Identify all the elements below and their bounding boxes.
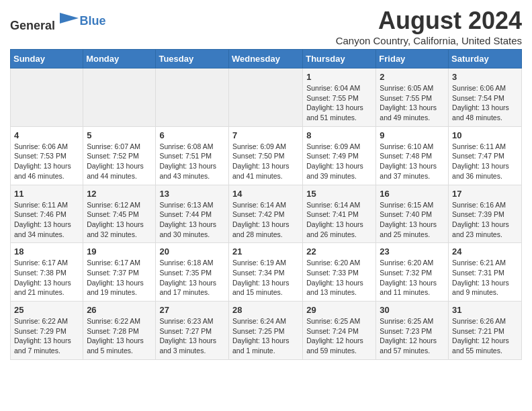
day-number: 16 — [380, 189, 445, 199]
day-number: 24 — [452, 246, 518, 257]
day-info: Sunrise: 6:07 AM Sunset: 7:52 PM Dayligh… — [87, 142, 152, 181]
calendar-week-row: 25Sunrise: 6:22 AM Sunset: 7:29 PM Dayli… — [11, 302, 522, 360]
day-info: Sunrise: 6:17 AM Sunset: 7:37 PM Dayligh… — [87, 258, 152, 298]
calendar-cell: 16Sunrise: 6:15 AM Sunset: 7:40 PM Dayli… — [376, 185, 449, 243]
day-number: 6 — [159, 130, 225, 140]
day-info: Sunrise: 6:13 AM Sunset: 7:44 PM Dayligh… — [159, 200, 225, 240]
day-number: 17 — [452, 189, 518, 199]
calendar-cell: 22Sunrise: 6:20 AM Sunset: 7:33 PM Dayli… — [303, 243, 376, 302]
calendar-cell: 26Sunrise: 6:22 AM Sunset: 7:28 PM Dayli… — [83, 302, 156, 360]
calendar-cell: 25Sunrise: 6:22 AM Sunset: 7:29 PM Dayli… — [11, 302, 83, 360]
calendar-cell — [228, 68, 302, 127]
calendar-week-row: 11Sunrise: 6:11 AM Sunset: 7:46 PM Dayli… — [11, 185, 522, 243]
day-info: Sunrise: 6:26 AM Sunset: 7:21 PM Dayligh… — [452, 316, 518, 356]
calendar-cell: 29Sunrise: 6:25 AM Sunset: 7:24 PM Dayli… — [303, 302, 376, 360]
day-info: Sunrise: 6:25 AM Sunset: 7:23 PM Dayligh… — [380, 316, 445, 356]
calendar-cell: 12Sunrise: 6:12 AM Sunset: 7:45 PM Dayli… — [83, 185, 156, 243]
day-number: 26 — [87, 305, 152, 315]
logo-text-blue: Blue — [80, 14, 106, 28]
day-number: 28 — [232, 305, 299, 315]
day-info: Sunrise: 6:18 AM Sunset: 7:35 PM Dayligh… — [159, 258, 225, 298]
day-number: 27 — [159, 305, 225, 315]
day-number: 23 — [380, 246, 445, 257]
calendar-week-row: 18Sunrise: 6:17 AM Sunset: 7:38 PM Dayli… — [11, 243, 522, 302]
calendar-cell: 20Sunrise: 6:18 AM Sunset: 7:35 PM Dayli… — [156, 243, 229, 302]
calendar-cell: 14Sunrise: 6:14 AM Sunset: 7:42 PM Dayli… — [228, 185, 302, 243]
day-number: 8 — [306, 130, 372, 140]
calendar-cell: 28Sunrise: 6:24 AM Sunset: 7:25 PM Dayli… — [228, 302, 302, 360]
day-number: 22 — [306, 246, 372, 257]
calendar-cell: 6Sunrise: 6:08 AM Sunset: 7:51 PM Daylig… — [156, 126, 229, 185]
day-info: Sunrise: 6:14 AM Sunset: 7:42 PM Dayligh… — [232, 200, 299, 240]
day-info: Sunrise: 6:12 AM Sunset: 7:45 PM Dayligh… — [87, 200, 152, 240]
day-number: 31 — [452, 305, 518, 315]
calendar-cell — [156, 68, 229, 127]
calendar-cell: 23Sunrise: 6:20 AM Sunset: 7:32 PM Dayli… — [376, 243, 449, 302]
calendar-cell: 4Sunrise: 6:06 AM Sunset: 7:53 PM Daylig… — [11, 126, 83, 185]
calendar-cell: 27Sunrise: 6:23 AM Sunset: 7:27 PM Dayli… — [156, 302, 229, 360]
day-info: Sunrise: 6:09 AM Sunset: 7:49 PM Dayligh… — [306, 142, 372, 181]
calendar-cell: 10Sunrise: 6:11 AM Sunset: 7:47 PM Dayli… — [449, 126, 522, 185]
day-number: 1 — [306, 72, 372, 82]
logo-text-general: General — [10, 19, 55, 32]
day-number: 11 — [14, 189, 79, 199]
day-number: 5 — [87, 130, 152, 140]
day-number: 9 — [380, 130, 445, 140]
calendar-cell: 18Sunrise: 6:17 AM Sunset: 7:38 PM Dayli… — [11, 243, 83, 302]
calendar-cell: 15Sunrise: 6:14 AM Sunset: 7:41 PM Dayli… — [303, 185, 376, 243]
day-info: Sunrise: 6:23 AM Sunset: 7:27 PM Dayligh… — [159, 316, 225, 356]
day-info: Sunrise: 6:11 AM Sunset: 7:47 PM Dayligh… — [452, 142, 518, 181]
location-subtitle: Canyon Country, California, United State… — [336, 35, 522, 46]
title-area: August 2024 Canyon Country, California, … — [336, 7, 522, 46]
header-saturday: Saturday — [449, 50, 522, 68]
header-thursday: Thursday — [303, 50, 376, 68]
calendar-cell: 11Sunrise: 6:11 AM Sunset: 7:46 PM Dayli… — [11, 185, 83, 243]
day-info: Sunrise: 6:22 AM Sunset: 7:28 PM Dayligh… — [87, 316, 152, 356]
calendar-week-row: 4Sunrise: 6:06 AM Sunset: 7:53 PM Daylig… — [11, 126, 522, 185]
calendar-cell: 31Sunrise: 6:26 AM Sunset: 7:21 PM Dayli… — [449, 302, 522, 360]
day-number: 25 — [14, 305, 79, 315]
day-number: 10 — [452, 130, 518, 140]
calendar-cell: 1Sunrise: 6:04 AM Sunset: 7:55 PM Daylig… — [303, 68, 376, 127]
calendar-cell: 24Sunrise: 6:21 AM Sunset: 7:31 PM Dayli… — [449, 243, 522, 302]
page-header: General Blue August 2024 Canyon Country,… — [10, 7, 522, 46]
header-wednesday: Wednesday — [228, 50, 302, 68]
header-friday: Friday — [376, 50, 449, 68]
calendar-cell: 17Sunrise: 6:16 AM Sunset: 7:39 PM Dayli… — [449, 185, 522, 243]
calendar-cell: 9Sunrise: 6:10 AM Sunset: 7:48 PM Daylig… — [376, 126, 449, 185]
calendar-cell: 8Sunrise: 6:09 AM Sunset: 7:49 PM Daylig… — [303, 126, 376, 185]
day-info: Sunrise: 6:08 AM Sunset: 7:51 PM Dayligh… — [159, 142, 225, 181]
calendar-table: SundayMondayTuesdayWednesdayThursdayFrid… — [10, 49, 522, 360]
day-number: 18 — [14, 246, 79, 257]
month-year-title: August 2024 — [336, 7, 522, 35]
calendar-week-row: 1Sunrise: 6:04 AM Sunset: 7:55 PM Daylig… — [11, 68, 522, 127]
day-info: Sunrise: 6:14 AM Sunset: 7:41 PM Dayligh… — [306, 200, 372, 240]
day-info: Sunrise: 6:16 AM Sunset: 7:39 PM Dayligh… — [452, 200, 518, 240]
day-number: 4 — [14, 130, 79, 140]
day-info: Sunrise: 6:21 AM Sunset: 7:31 PM Dayligh… — [452, 258, 518, 298]
day-info: Sunrise: 6:24 AM Sunset: 7:25 PM Dayligh… — [232, 316, 299, 356]
calendar-cell: 19Sunrise: 6:17 AM Sunset: 7:37 PM Dayli… — [83, 243, 156, 302]
day-info: Sunrise: 6:22 AM Sunset: 7:29 PM Dayligh… — [14, 316, 79, 356]
day-info: Sunrise: 6:06 AM Sunset: 7:53 PM Dayligh… — [14, 142, 79, 181]
logo-flag-icon — [60, 9, 80, 30]
day-info: Sunrise: 6:10 AM Sunset: 7:48 PM Dayligh… — [380, 142, 445, 181]
header-tuesday: Tuesday — [156, 50, 229, 68]
svg-marker-0 — [60, 13, 79, 24]
day-number: 13 — [159, 189, 225, 199]
day-info: Sunrise: 6:17 AM Sunset: 7:38 PM Dayligh… — [14, 258, 79, 298]
calendar-cell — [83, 68, 156, 127]
day-info: Sunrise: 6:05 AM Sunset: 7:55 PM Dayligh… — [380, 83, 445, 123]
day-number: 2 — [380, 72, 445, 82]
day-number: 14 — [232, 189, 299, 199]
header-sunday: Sunday — [11, 50, 83, 68]
day-info: Sunrise: 6:25 AM Sunset: 7:24 PM Dayligh… — [306, 316, 372, 356]
day-number: 3 — [452, 72, 518, 82]
calendar-cell: 2Sunrise: 6:05 AM Sunset: 7:55 PM Daylig… — [376, 68, 449, 127]
day-info: Sunrise: 6:04 AM Sunset: 7:55 PM Dayligh… — [306, 83, 372, 123]
logo: General Blue — [10, 9, 106, 33]
day-number: 20 — [159, 246, 225, 257]
day-info: Sunrise: 6:09 AM Sunset: 7:50 PM Dayligh… — [232, 142, 299, 181]
day-number: 7 — [232, 130, 299, 140]
day-info: Sunrise: 6:06 AM Sunset: 7:54 PM Dayligh… — [452, 83, 518, 123]
